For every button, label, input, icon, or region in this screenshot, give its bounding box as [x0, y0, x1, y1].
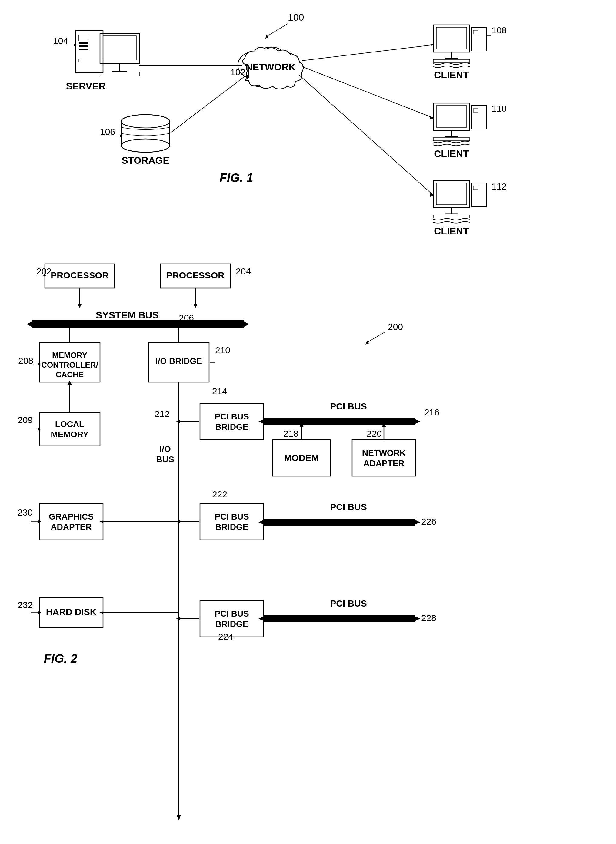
ref-204: 204 [236, 266, 251, 276]
svg-rect-114 [200, 600, 264, 637]
svg-rect-4 [79, 43, 88, 44]
io-bus-label2: BUS [156, 454, 174, 464]
network-adapter-label1: NETWORK [362, 448, 406, 458]
ref-209: 209 [18, 415, 33, 425]
modem-label: MODEM [284, 453, 319, 463]
svg-marker-126 [177, 815, 181, 820]
svg-rect-102 [200, 503, 264, 540]
svg-marker-119 [412, 615, 420, 622]
ref-232: 232 [18, 600, 33, 610]
svg-rect-51 [471, 183, 487, 207]
ref-210: 210 [215, 345, 230, 355]
memory-controller-label3: CACHE [56, 370, 84, 379]
network-label: NETWORK [245, 62, 295, 72]
svg-rect-8 [100, 33, 139, 64]
svg-rect-117 [264, 615, 415, 622]
graphics-adapter-label2: ADAPTER [51, 522, 91, 532]
ref-224: 224 [218, 632, 233, 642]
svg-rect-48 [436, 183, 466, 205]
svg-line-60 [302, 67, 433, 118]
svg-rect-109 [40, 503, 103, 540]
client1-label: CLIENT [434, 69, 469, 80]
ref-108: 108 [491, 25, 507, 35]
svg-marker-76 [241, 320, 249, 328]
server-label: SERVER [66, 81, 106, 91]
io-bus-label1: I/O [159, 444, 170, 454]
ref-100: 100 [288, 12, 304, 23]
storage-label: STORAGE [122, 155, 169, 166]
svg-rect-93 [264, 418, 415, 425]
ref-102: 102 [230, 67, 245, 77]
local-memory-label2: MEMORY [51, 430, 89, 439]
svg-rect-3 [79, 35, 88, 41]
ref-228: 228 [421, 613, 436, 623]
pci-bridge2-label1: PCI BUS [214, 512, 249, 521]
svg-rect-99 [352, 440, 416, 476]
svg-line-62 [299, 75, 433, 195]
svg-rect-32 [433, 25, 470, 52]
pci-bus3-label: PCI BUS [330, 598, 367, 608]
client3-label: CLIENT [434, 226, 469, 237]
fig2-title: FIG. 2 [44, 652, 77, 665]
ref-212: 212 [154, 409, 170, 419]
ref-220: 220 [367, 428, 382, 438]
ref-106: 106 [100, 127, 115, 137]
ref-110: 110 [491, 103, 507, 113]
svg-marker-116 [176, 617, 180, 621]
svg-rect-6 [79, 49, 88, 50]
client2-label: CLIENT [434, 148, 469, 159]
io-bridge-label: I/O BRIDGE [155, 356, 202, 366]
svg-marker-107 [412, 519, 420, 526]
svg-marker-95 [412, 418, 420, 425]
svg-rect-38 [433, 59, 470, 62]
memory-controller-label: MEMORY [52, 351, 87, 360]
svg-rect-46 [433, 138, 470, 141]
ref-208: 208 [18, 356, 33, 366]
svg-line-56 [170, 76, 245, 134]
pci-bridge3-label1: PCI BUS [214, 609, 249, 618]
pci-bridge1-label2: BRIDGE [216, 422, 248, 432]
ref-230: 230 [18, 507, 33, 518]
svg-rect-53 [433, 215, 470, 218]
pci-bridge1-label1: PCI BUS [214, 412, 249, 421]
ref-218: 218 [283, 428, 298, 438]
svg-rect-7 [79, 59, 82, 62]
processor2-label: PROCESSOR [166, 270, 224, 280]
svg-rect-25 [122, 121, 169, 146]
pci-bridge2-label2: BRIDGE [216, 522, 248, 532]
fig1-title: FIG. 1 [219, 171, 253, 184]
ref-214: 214 [212, 386, 227, 396]
svg-rect-47 [433, 181, 470, 208]
svg-marker-75 [27, 320, 35, 328]
diagram-container: 100 SERVER 104 NE [0, 0, 616, 844]
pci-bus1-label: PCI BUS [330, 401, 367, 411]
network-adapter-label2: ADAPTER [363, 459, 404, 468]
memory-controller-label2: CONTROLLER/ [41, 360, 98, 369]
svg-rect-12 [100, 72, 139, 76]
pci-bridge3-label2: BRIDGE [216, 619, 248, 629]
ref-222: 222 [212, 489, 227, 499]
pci-bus2-label: PCI BUS [330, 502, 367, 512]
svg-rect-45 [473, 109, 478, 112]
main-svg: 100 SERVER 104 NE [0, 0, 616, 844]
svg-rect-5 [79, 46, 88, 47]
svg-rect-44 [471, 106, 487, 129]
svg-rect-74 [32, 320, 244, 328]
processor1-label: PROCESSOR [51, 270, 109, 280]
hard-disk-label: HARD DISK [46, 607, 97, 617]
svg-marker-71 [78, 304, 82, 308]
svg-line-58 [302, 45, 433, 61]
svg-rect-84 [40, 412, 100, 446]
svg-rect-90 [200, 403, 264, 440]
svg-rect-33 [436, 27, 466, 49]
svg-marker-73 [193, 304, 198, 308]
svg-marker-92 [176, 420, 180, 423]
graphics-adapter-label1: GRAPHICS [49, 512, 94, 521]
svg-line-64 [367, 332, 385, 343]
svg-rect-41 [436, 106, 466, 127]
svg-rect-36 [471, 27, 487, 51]
local-memory-label1: LOCAL [55, 419, 84, 429]
svg-line-0 [267, 24, 288, 37]
ref-104: 104 [53, 36, 68, 46]
system-bus-label: SYSTEM BUS [96, 310, 159, 321]
